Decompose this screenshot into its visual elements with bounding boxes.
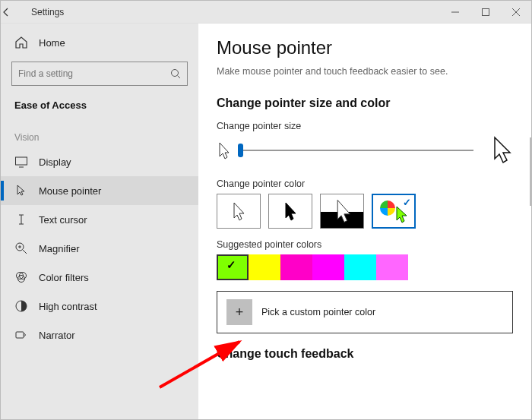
- home-nav[interactable]: Home: [1, 30, 198, 55]
- pointer-color-white[interactable]: [217, 194, 261, 229]
- category-label: Ease of Access: [1, 96, 198, 118]
- text-cursor-icon: [14, 213, 28, 226]
- pointer-size-slider[interactable]: [238, 150, 473, 151]
- back-button[interactable]: [1, 7, 24, 17]
- minimize-button[interactable]: [440, 1, 470, 24]
- svg-rect-17: [16, 332, 24, 338]
- cursor-small-icon: [217, 140, 232, 161]
- sidebar-item-narrator[interactable]: Narrator: [1, 321, 198, 349]
- custom-color-label: Pick a custom pointer color: [261, 307, 375, 317]
- sidebar-item-text-cursor[interactable]: Text cursor: [1, 205, 198, 234]
- titlebar: Settings: [1, 1, 531, 24]
- sidebar-item-label: Text cursor: [39, 214, 87, 226]
- search-icon: [170, 68, 181, 79]
- search-box[interactable]: [11, 62, 188, 86]
- high-contrast-icon: [14, 299, 28, 313]
- sidebar-item-magnifier[interactable]: Magnifier: [1, 234, 198, 263]
- pointer-color-options: [217, 194, 513, 229]
- page-description: Make mouse pointer and touch feedback ea…: [217, 66, 513, 77]
- sidebar-item-label: Color filters: [39, 272, 89, 283]
- pointer-color-label: Change pointer color: [217, 178, 513, 189]
- add-custom-color-button[interactable]: +: [226, 299, 252, 325]
- svg-rect-4: [16, 157, 27, 165]
- sidebar-item-label: Magnifier: [39, 243, 79, 254]
- window-title: Settings: [24, 7, 440, 17]
- svg-line-10: [23, 250, 27, 254]
- svg-line-3: [178, 76, 181, 79]
- swatch-cyan[interactable]: [344, 254, 376, 280]
- home-icon: [14, 36, 28, 49]
- section-touch-feedback: Change touch feedback: [217, 347, 513, 361]
- swatch-lime[interactable]: [217, 254, 249, 280]
- color-filters-icon: [14, 270, 28, 284]
- sidebar-item-color-filters[interactable]: Color filters: [1, 263, 198, 292]
- pointer-size-label: Change pointer size: [217, 121, 513, 131]
- swatch-violet[interactable]: [376, 254, 408, 280]
- main-panel: Mouse pointer Make mouse pointer and tou…: [198, 24, 531, 419]
- swatch-yellow[interactable]: [249, 254, 280, 280]
- scrollbar[interactable]: [530, 137, 531, 206]
- pointer-color-inverted[interactable]: [320, 194, 364, 229]
- pointer-color-custom[interactable]: [372, 194, 416, 229]
- maximize-button[interactable]: [470, 1, 501, 24]
- sidebar: Home Ease of Access Vision Display Mouse…: [1, 24, 198, 419]
- sidebar-item-high-contrast[interactable]: High contrast: [1, 292, 198, 321]
- suggested-colors-label: Suggested pointer colors: [217, 239, 513, 250]
- sidebar-item-label: Mouse pointer: [39, 185, 101, 197]
- custom-color-box: + Pick a custom pointer color: [217, 291, 513, 333]
- settings-window: Settings Home Ease of Access Vision: [0, 0, 532, 420]
- plus-icon: +: [236, 305, 244, 321]
- sidebar-item-display[interactable]: Display: [1, 147, 198, 176]
- display-icon: [14, 155, 28, 169]
- home-label: Home: [39, 37, 65, 49]
- svg-rect-1: [483, 8, 489, 15]
- search-input[interactable]: [18, 68, 170, 79]
- pointer-size-row: [217, 136, 513, 165]
- sidebar-item-label: Narrator: [39, 330, 75, 341]
- pointer-color-black[interactable]: [268, 194, 312, 229]
- narrator-icon: [14, 328, 28, 342]
- cursor-large-icon: [492, 136, 513, 165]
- swatch-hotpink[interactable]: [280, 254, 312, 280]
- window-body: Home Ease of Access Vision Display Mouse…: [1, 24, 531, 419]
- close-button[interactable]: [501, 1, 531, 24]
- suggested-swatches: [217, 254, 513, 280]
- magnifier-icon: [14, 242, 28, 255]
- svg-point-2: [172, 70, 179, 77]
- section-size-color: Change pointer size and color: [217, 96, 513, 110]
- slider-thumb[interactable]: [238, 144, 243, 157]
- page-title: Mouse pointer: [217, 37, 513, 58]
- sidebar-item-label: Display: [39, 156, 71, 168]
- sidebar-item-label: High contrast: [39, 301, 97, 312]
- window-controls: [440, 1, 531, 24]
- group-label: Vision: [1, 118, 198, 147]
- mouse-pointer-icon: [14, 184, 28, 197]
- sidebar-item-mouse-pointer[interactable]: Mouse pointer: [1, 176, 198, 205]
- swatch-magenta[interactable]: [312, 254, 344, 280]
